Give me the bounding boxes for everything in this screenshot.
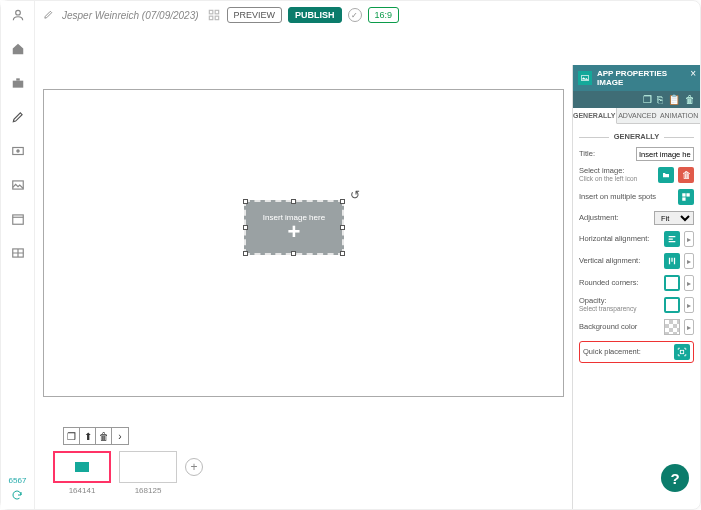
chevron-right-icon[interactable]: ›: [112, 428, 128, 444]
quick-placement-icon[interactable]: [674, 344, 690, 360]
bgcolor-more-icon[interactable]: ▸: [684, 319, 694, 335]
halign-icon[interactable]: [664, 231, 680, 247]
inbox-icon[interactable]: [10, 143, 26, 159]
valign-more-icon[interactable]: ▸: [684, 253, 694, 269]
svg-rect-10: [209, 16, 213, 20]
bgcolor-label: Background color: [579, 323, 660, 331]
thumbnail-id: 164141: [53, 486, 111, 495]
valign-label: Vertical alignment:: [579, 257, 660, 265]
rotate-handle-icon[interactable]: ↺: [350, 188, 360, 202]
valign-icon[interactable]: [664, 253, 680, 269]
delete-icon[interactable]: 🗑: [685, 94, 695, 105]
preview-button[interactable]: PREVIEW: [227, 7, 283, 23]
check-icon[interactable]: ✓: [348, 8, 362, 22]
svg-rect-14: [686, 193, 689, 196]
rail-id: 6567: [9, 476, 27, 509]
publish-button[interactable]: PUBLISH: [288, 7, 342, 23]
trash-icon[interactable]: 🗑: [96, 428, 112, 444]
user-icon[interactable]: [10, 7, 26, 23]
thumbnail-id: 168125: [119, 486, 177, 495]
sync-icon[interactable]: [9, 487, 25, 503]
corners-icon[interactable]: [664, 275, 680, 291]
svg-rect-6: [12, 215, 23, 224]
toolbar: ❐ ⬆ 🗑 ›: [63, 427, 129, 445]
image-app-icon: [578, 71, 592, 85]
svg-rect-9: [215, 10, 219, 14]
left-rail: 6567: [1, 1, 35, 509]
opacity-label: Opacity: Select transparency: [579, 297, 660, 313]
svg-rect-11: [215, 16, 219, 20]
section-title: GENERALLY: [579, 132, 694, 141]
multi-insert-icon[interactable]: [678, 189, 694, 205]
select-image-label: Select image: Click on the left icon: [579, 167, 654, 183]
briefcase-icon[interactable]: [10, 75, 26, 91]
svg-rect-1: [12, 81, 23, 88]
duplicate-icon[interactable]: ❐: [643, 94, 652, 105]
page-thumbnails: 164141 168125 +: [43, 445, 564, 509]
corners-label: Rounded corners:: [579, 279, 660, 287]
canvas-stage[interactable]: ↺ Insert image here +: [43, 89, 564, 397]
close-icon[interactable]: ×: [690, 68, 696, 79]
tab-advanced[interactable]: ADVANCED: [617, 108, 659, 124]
svg-rect-15: [682, 197, 685, 200]
panel-header: APP PROPERTIES IMAGE ×: [573, 65, 700, 91]
svg-rect-16: [680, 350, 683, 353]
plus-icon: +: [288, 222, 301, 242]
title-label: Title:: [579, 150, 632, 158]
topbar: Jesper Weinreich (07/09/2023) PREVIEW PU…: [35, 1, 700, 29]
svg-rect-2: [16, 78, 20, 80]
quick-placement-label: Quick placement:: [583, 348, 670, 356]
folder-icon[interactable]: [658, 167, 674, 183]
help-button[interactable]: ?: [661, 464, 689, 492]
bgcolor-swatch[interactable]: [664, 319, 680, 335]
grid-icon[interactable]: [207, 8, 221, 22]
upload-icon[interactable]: ⬆: [80, 428, 96, 444]
aspect-ratio-button[interactable]: 16:9: [368, 7, 400, 23]
tab-animation[interactable]: ANIMATION: [658, 108, 700, 124]
copy-icon[interactable]: ❐: [64, 428, 80, 444]
svg-point-0: [15, 10, 20, 15]
adjustment-select[interactable]: Fit: [654, 211, 694, 225]
properties-panel: APP PROPERTIES IMAGE × ❐ ⎘ 📋 🗑 GENERALLY…: [572, 65, 700, 509]
panel-title-2: IMAGE: [597, 78, 667, 87]
multi-insert-label: Insert on multiple spots: [579, 193, 674, 201]
corners-more-icon[interactable]: ▸: [684, 275, 694, 291]
image-icon[interactable]: [10, 177, 26, 193]
tab-generally[interactable]: GENERALLY: [573, 108, 617, 124]
edit-icon[interactable]: [10, 109, 26, 125]
copy-icon[interactable]: ⎘: [657, 94, 663, 105]
add-page-button[interactable]: +: [185, 458, 203, 476]
thumbnail[interactable]: 164141: [53, 451, 111, 495]
title-input[interactable]: [636, 147, 694, 161]
document-title: Jesper Weinreich (07/09/2023): [62, 10, 199, 21]
adjustment-label: Adjustment:: [579, 214, 650, 222]
svg-rect-13: [682, 193, 685, 196]
svg-point-4: [16, 150, 18, 152]
panel-header-actions: ❐ ⎘ 📋 🗑: [573, 91, 700, 108]
calendar-icon[interactable]: [10, 211, 26, 227]
panel-body: GENERALLY Title: Select image: Click on …: [573, 124, 700, 374]
halign-label: Horizontal alignment:: [579, 235, 660, 243]
table-icon[interactable]: [10, 245, 26, 261]
panel-title-1: APP PROPERTIES: [597, 69, 667, 78]
opacity-more-icon[interactable]: ▸: [684, 297, 694, 313]
image-placeholder[interactable]: ↺ Insert image here +: [244, 200, 344, 255]
delete-image-icon[interactable]: 🗑: [678, 167, 694, 183]
pencil-icon[interactable]: [43, 9, 54, 22]
image-icon: [75, 462, 89, 472]
svg-rect-8: [209, 10, 213, 14]
panel-tabs: GENERALLY ADVANCED ANIMATION: [573, 108, 700, 124]
opacity-icon[interactable]: [664, 297, 680, 313]
halign-more-icon[interactable]: ▸: [684, 231, 694, 247]
paste-icon[interactable]: 📋: [668, 94, 680, 105]
home-icon[interactable]: [10, 41, 26, 57]
quick-placement-row: Quick placement:: [579, 341, 694, 363]
thumbnail[interactable]: 168125: [119, 451, 177, 495]
